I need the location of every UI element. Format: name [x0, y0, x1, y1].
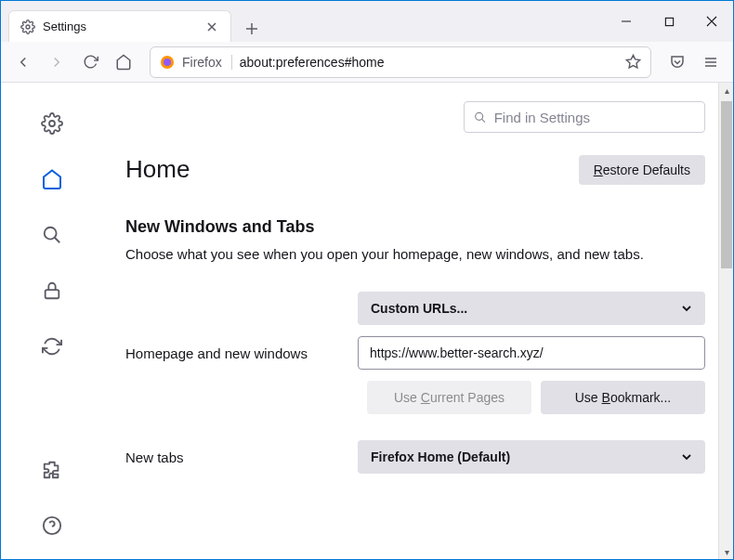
firefox-icon	[160, 55, 175, 70]
chevron-down-icon	[681, 451, 692, 462]
new-tab-button[interactable]	[239, 16, 265, 42]
homepage-mode-value: Custom URLs...	[371, 301, 467, 316]
settings-sidebar	[1, 83, 103, 559]
reload-button[interactable]	[75, 47, 105, 77]
page-title: Home	[125, 155, 190, 184]
bookmark-star-icon[interactable]	[625, 54, 641, 70]
forward-button[interactable]	[42, 47, 72, 77]
chevron-down-icon	[681, 303, 692, 314]
home-button[interactable]	[109, 47, 138, 77]
use-current-pages-button[interactable]: Use Current Pages	[367, 381, 531, 414]
url-identity-label: Firefox	[182, 55, 232, 70]
sidebar-item-sync[interactable]	[37, 332, 67, 361]
sidebar-item-general[interactable]	[37, 109, 67, 138]
tabs-area: Settings	[1, 1, 605, 42]
maximize-button[interactable]	[648, 1, 690, 42]
settings-main-panel: Home Restore Defaults New Windows and Ta…	[103, 83, 733, 559]
window-controls	[605, 1, 733, 42]
gear-icon	[20, 20, 35, 34]
scroll-up-arrow[interactable]: ▴	[719, 83, 734, 98]
browser-tab-settings[interactable]: Settings	[8, 10, 231, 42]
minimize-button[interactable]	[605, 1, 648, 42]
homepage-url-input[interactable]	[358, 336, 705, 370]
sidebar-item-extensions[interactable]	[37, 455, 67, 485]
content-area: Home Restore Defaults New Windows and Ta…	[1, 83, 733, 559]
svg-point-10	[476, 112, 483, 120]
close-tab-icon[interactable]	[204, 20, 219, 34]
section-description: Choose what you see when you open your h…	[125, 246, 705, 262]
svg-marker-4	[626, 55, 639, 67]
titlebar: Settings	[1, 1, 733, 42]
svg-point-0	[26, 25, 30, 29]
svg-point-5	[49, 121, 55, 126]
svg-point-3	[164, 59, 171, 66]
app-menu-button[interactable]	[696, 47, 726, 77]
settings-search-box[interactable]	[464, 101, 705, 133]
toolbar: Firefox about:preferences#home	[1, 42, 733, 83]
url-bar[interactable]: Firefox about:preferences#home	[150, 46, 651, 78]
settings-search-input[interactable]	[494, 110, 695, 125]
homepage-mode-select[interactable]: Custom URLs...	[358, 292, 705, 325]
sidebar-item-home[interactable]	[37, 164, 67, 194]
svg-point-6	[45, 228, 57, 240]
tab-title: Settings	[43, 20, 197, 33]
newtabs-mode-select[interactable]: Firefox Home (Default)	[358, 440, 705, 474]
save-to-pocket-button[interactable]	[662, 47, 692, 77]
section-heading: New Windows and Tabs	[125, 217, 705, 237]
url-text: about:preferences#home	[240, 55, 618, 70]
scroll-down-arrow[interactable]: ▾	[719, 544, 734, 559]
svg-rect-1	[665, 18, 673, 25]
sidebar-item-help[interactable]	[37, 511, 67, 540]
newtabs-label: New tabs	[125, 449, 358, 465]
svg-rect-7	[46, 290, 59, 298]
homepage-label: Homepage and new windows	[125, 345, 358, 361]
back-button[interactable]	[8, 47, 38, 77]
close-window-button[interactable]	[690, 1, 733, 42]
scrollbar-thumb[interactable]	[721, 101, 732, 268]
sidebar-item-search[interactable]	[37, 220, 67, 250]
newtabs-mode-value: Firefox Home (Default)	[371, 449, 510, 464]
restore-defaults-button[interactable]: Restore Defaults	[579, 155, 705, 185]
search-icon	[474, 111, 487, 124]
sidebar-item-privacy[interactable]	[37, 276, 67, 306]
vertical-scrollbar[interactable]: ▴ ▾	[718, 83, 733, 559]
use-bookmark-button[interactable]: Use Bookmark...	[541, 381, 705, 414]
